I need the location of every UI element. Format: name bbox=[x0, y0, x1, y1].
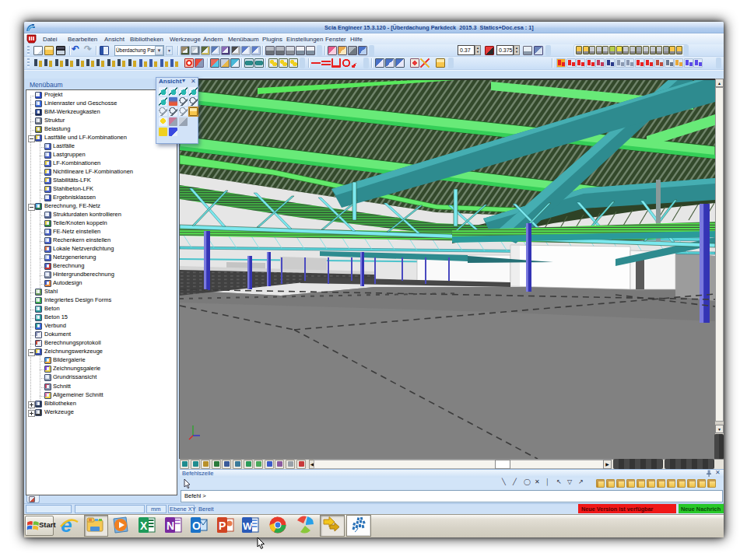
svg-text:N: N bbox=[167, 520, 174, 532]
svg-text:W: W bbox=[243, 520, 253, 532]
svg-text:P: P bbox=[219, 520, 226, 532]
svg-text:X: X bbox=[140, 520, 148, 532]
svg-text:O: O bbox=[192, 520, 201, 532]
